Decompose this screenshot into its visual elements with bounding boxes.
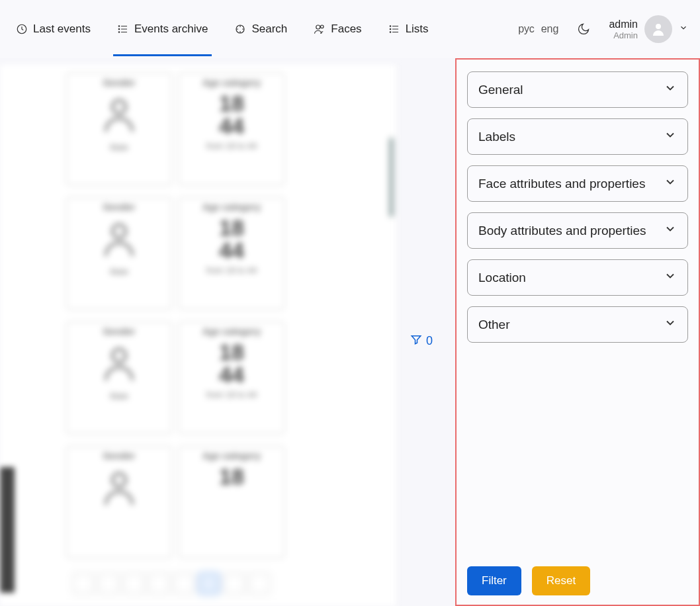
page-current[interactable]: [198, 573, 220, 594]
nav-lists[interactable]: Lists: [384, 3, 433, 56]
top-nav: Last events Events archive Search Faces …: [0, 0, 700, 58]
svg-point-9: [390, 32, 391, 33]
filter-toggle[interactable]: 0: [410, 333, 433, 349]
gender-card: Gender: [66, 446, 172, 558]
gender-card-value: Male: [110, 142, 128, 152]
svg-point-8: [390, 28, 391, 30]
svg-point-13: [112, 349, 126, 363]
section-body-attributes[interactable]: Body attributes and properties: [467, 212, 688, 249]
user-text: admin Admin: [609, 19, 638, 40]
svg-point-5: [316, 25, 320, 29]
age-sub: from 18 to 44: [206, 265, 257, 275]
funnel-icon: [410, 333, 422, 349]
nav-last-events[interactable]: Last events: [12, 3, 95, 56]
side-preview: [0, 467, 15, 593]
list-icon: [388, 23, 400, 35]
gender-card: Gender Male: [66, 197, 172, 310]
nav-faces[interactable]: Faces: [310, 3, 365, 56]
chevron-down-icon: [679, 23, 688, 35]
card-row: Gender Male Age category 18 44 from 18 t…: [66, 197, 396, 310]
age-bottom: 44: [219, 363, 244, 386]
gender-card-title: Gender: [103, 451, 135, 461]
page-ellipsis: [123, 573, 144, 594]
language-switch: рус eng: [518, 23, 558, 35]
page-n1[interactable]: [148, 573, 169, 594]
card-row: Gender Age category 18: [66, 446, 396, 558]
moon-icon[interactable]: [577, 22, 590, 36]
list-icon: [117, 23, 129, 35]
age-card: Age category 18 44 from 18 to 44: [179, 73, 284, 185]
reset-button[interactable]: Reset: [532, 566, 590, 595]
section-general[interactable]: General: [467, 71, 688, 108]
chevron-down-icon: [664, 269, 677, 286]
lang-rus[interactable]: рус: [518, 23, 535, 35]
page-next[interactable]: [249, 573, 270, 594]
section-labels-label: Labels: [478, 130, 515, 144]
svg-point-6: [321, 25, 324, 28]
chevron-down-icon: [664, 81, 677, 98]
age-bottom: 44: [219, 239, 244, 261]
user-role: Admin: [609, 30, 638, 40]
person-icon: [99, 465, 139, 511]
card-row: Gender Male Age category 18 44 from 18 t…: [66, 73, 396, 185]
person-icon: [99, 216, 139, 263]
age-top: 18: [219, 216, 244, 239]
gender-card-title: Gender: [103, 326, 135, 337]
page-n3[interactable]: [224, 573, 245, 594]
person-icon: [99, 92, 139, 138]
nav-search[interactable]: Search: [230, 3, 291, 56]
user-menu[interactable]: admin Admin: [609, 15, 688, 43]
section-other-label: Other: [478, 318, 510, 332]
pagination[interactable]: [73, 573, 270, 594]
chevron-down-icon: [664, 175, 677, 192]
svg-point-10: [656, 24, 661, 29]
svg-point-11: [112, 101, 126, 114]
age-card-title: Age category: [202, 326, 261, 337]
age-top: 18: [219, 92, 244, 114]
svg-point-1: [118, 26, 120, 27]
age-card-title: Age category: [202, 77, 261, 88]
nav-search-label: Search: [251, 22, 287, 36]
section-face-attributes-label: Face attributes and properties: [478, 177, 645, 191]
age-card-title: Age category: [202, 202, 261, 212]
page-n2[interactable]: [173, 573, 195, 594]
age-sub: from 18 to 44: [206, 141, 257, 151]
gender-card-value: Male: [110, 267, 128, 277]
crosshair-icon: [234, 23, 246, 35]
page-prev[interactable]: [73, 573, 94, 594]
section-face-attributes[interactable]: Face attributes and properties: [467, 165, 688, 202]
gender-card-title: Gender: [103, 77, 135, 88]
person-icon: [99, 341, 139, 387]
gender-card-title: Gender: [103, 202, 135, 212]
chevron-down-icon: [664, 316, 677, 333]
gender-card-value: Male: [110, 391, 128, 401]
filter-panel: General Labels Face attributes and prope…: [455, 58, 700, 606]
age-top: 18: [219, 341, 244, 363]
section-general-label: General: [478, 83, 523, 97]
section-body-attributes-label: Body attributes and properties: [478, 224, 646, 238]
svg-point-3: [118, 32, 120, 33]
user-name: admin: [609, 19, 638, 30]
age-card: Age category 18 44 from 18 to 44: [179, 197, 284, 310]
nav-faces-label: Faces: [331, 22, 361, 36]
filter-button[interactable]: Filter: [467, 566, 521, 595]
gender-card: Gender Male: [66, 73, 172, 185]
page-1[interactable]: [98, 573, 119, 594]
nav-lists-label: Lists: [406, 22, 429, 36]
lang-eng[interactable]: eng: [541, 23, 559, 35]
section-other[interactable]: Other: [467, 306, 688, 343]
left-pane: Gender Male Age category 18 44 from 18 t…: [0, 58, 455, 606]
gender-card: Gender Male: [66, 322, 172, 434]
svg-point-12: [112, 225, 126, 238]
age-card: Age category 18 44 from 18 to 44: [179, 322, 284, 434]
age-card: Age category 18: [179, 446, 284, 558]
nav-events-archive-label: Events archive: [134, 22, 208, 36]
filter-sections: General Labels Face attributes and prope…: [467, 71, 688, 557]
chevron-down-icon: [664, 222, 677, 239]
scrollbar-thumb[interactable]: [389, 138, 394, 217]
section-location[interactable]: Location: [467, 259, 688, 296]
section-labels[interactable]: Labels: [467, 118, 688, 155]
age-bottom: 44: [219, 114, 244, 137]
svg-point-7: [390, 26, 391, 27]
nav-events-archive[interactable]: Events archive: [113, 3, 212, 56]
